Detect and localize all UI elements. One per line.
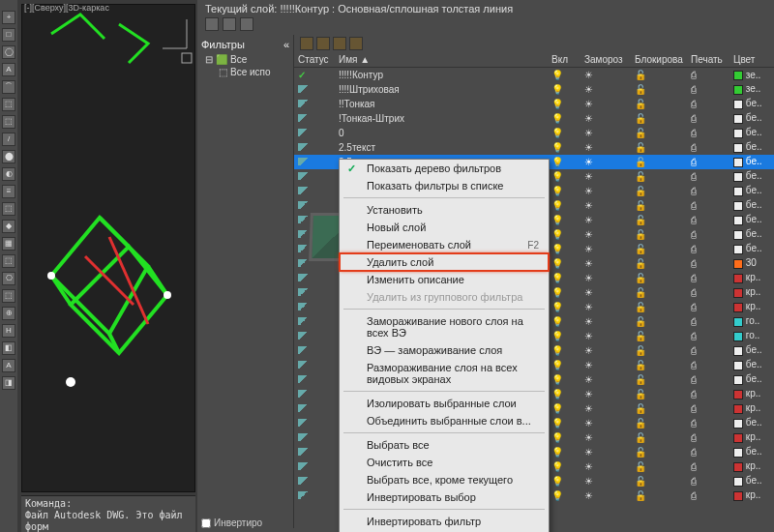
tool-icon[interactable]: ⌒: [2, 80, 15, 94]
tool-icon[interactable]: /: [2, 133, 15, 146]
freeze-toggle[interactable]: ☀: [580, 242, 631, 256]
print-toggle[interactable]: ⎙: [687, 416, 729, 430]
lock-toggle[interactable]: 🔓: [631, 300, 687, 314]
freeze-toggle[interactable]: ☀: [580, 169, 631, 184]
tool-icon[interactable]: A: [2, 63, 15, 76]
on-toggle[interactable]: 💡: [548, 343, 580, 358]
filter-tree[interactable]: ⊟🟩Все ⬚Все испо: [201, 53, 289, 78]
invert-checkbox[interactable]: [201, 518, 211, 528]
color-cell[interactable]: кр..: [729, 459, 774, 474]
lock-toggle[interactable]: 🔓: [631, 155, 687, 169]
freeze-toggle[interactable]: ☀: [580, 271, 631, 285]
freeze-toggle[interactable]: ☀: [580, 82, 631, 97]
menu-item[interactable]: ВЭ — замораживание слоя: [340, 341, 549, 359]
tool-icon[interactable]: ◆: [2, 220, 15, 233]
lock-toggle[interactable]: 🔓: [631, 372, 687, 387]
lock-toggle[interactable]: 🔓: [631, 459, 687, 474]
print-toggle[interactable]: ⎙: [687, 140, 729, 155]
freeze-toggle[interactable]: ☀: [580, 300, 631, 314]
tool-icon[interactable]: □: [2, 28, 15, 42]
toolbar-icon[interactable]: [240, 17, 253, 31]
filter-all[interactable]: Все: [230, 54, 247, 65]
color-cell[interactable]: кр..: [729, 285, 774, 300]
on-toggle[interactable]: 💡: [548, 97, 580, 111]
menu-item[interactable]: Новый слой: [340, 219, 549, 236]
print-toggle[interactable]: ⎙: [687, 401, 729, 416]
layer-name-cell[interactable]: 0: [335, 126, 548, 140]
on-toggle[interactable]: 💡: [548, 68, 580, 82]
print-toggle[interactable]: ⎙: [687, 256, 729, 271]
freeze-toggle[interactable]: ☀: [580, 68, 631, 82]
print-toggle[interactable]: ⎙: [687, 285, 729, 300]
color-cell[interactable]: бе..: [729, 445, 774, 459]
on-toggle[interactable]: 💡: [548, 416, 580, 430]
layer-name-cell[interactable]: !Тонкая-Штрих: [335, 111, 548, 126]
lock-toggle[interactable]: 🔓: [631, 256, 687, 271]
menu-item[interactable]: Замораживание нового слоя на всех ВЭ: [340, 312, 549, 341]
layer-tool-icon[interactable]: [316, 37, 330, 50]
freeze-toggle[interactable]: ☀: [580, 459, 631, 474]
filter-used[interactable]: Все испо: [230, 67, 271, 77]
on-toggle[interactable]: 💡: [548, 140, 580, 155]
on-toggle[interactable]: 💡: [548, 372, 580, 387]
print-toggle[interactable]: ⎙: [687, 430, 729, 445]
tool-icon[interactable]: ⊕: [2, 307, 15, 320]
lock-toggle[interactable]: 🔓: [631, 169, 687, 184]
freeze-toggle[interactable]: ☀: [580, 155, 631, 169]
menu-item[interactable]: Показать дерево фильтров: [340, 160, 549, 177]
freeze-toggle[interactable]: ☀: [580, 285, 631, 300]
tool-icon[interactable]: ≡: [2, 185, 15, 198]
freeze-toggle[interactable]: ☀: [580, 372, 631, 387]
tool-icon[interactable]: +: [2, 11, 15, 24]
freeze-toggle[interactable]: ☀: [580, 430, 631, 445]
color-cell[interactable]: кр..: [729, 300, 774, 314]
print-toggle[interactable]: ⎙: [687, 68, 729, 82]
color-cell[interactable]: бе..: [729, 416, 774, 430]
color-cell[interactable]: бе..: [729, 198, 774, 213]
tool-icon[interactable]: ⬚: [2, 254, 15, 268]
layer-tool-icon[interactable]: [300, 37, 313, 50]
print-toggle[interactable]: ⎙: [687, 387, 729, 401]
lock-toggle[interactable]: 🔓: [631, 184, 687, 198]
menu-item[interactable]: Объединить выбранные слои в...: [340, 412, 549, 429]
col-on[interactable]: Вкл: [548, 52, 580, 68]
lock-toggle[interactable]: 🔓: [631, 111, 687, 126]
drawing-viewport[interactable]: [-][Сверху][3D-каркас: [21, 4, 195, 492]
on-toggle[interactable]: 💡: [548, 126, 580, 140]
print-toggle[interactable]: ⎙: [687, 242, 729, 256]
print-toggle[interactable]: ⎙: [687, 372, 729, 387]
color-cell[interactable]: кр..: [729, 430, 774, 445]
col-freeze[interactable]: Замороз: [580, 52, 631, 68]
color-cell[interactable]: бе..: [729, 140, 774, 155]
color-cell[interactable]: бе..: [729, 343, 774, 358]
layer-row[interactable]: !!!!Штриховая💡☀🔓⎙ зе..: [294, 82, 774, 97]
menu-item[interactable]: Удалить слой: [340, 253, 549, 271]
lock-toggle[interactable]: 🔓: [631, 445, 687, 459]
print-toggle[interactable]: ⎙: [687, 300, 729, 314]
invert-filter-check[interactable]: Инвертиро: [201, 517, 262, 528]
print-toggle[interactable]: ⎙: [687, 198, 729, 213]
layer-name-cell[interactable]: !!Тонкая: [335, 97, 548, 111]
tree-expand-icon[interactable]: ⊟: [205, 54, 213, 65]
freeze-toggle[interactable]: ☀: [580, 488, 631, 503]
on-toggle[interactable]: 💡: [548, 459, 580, 474]
menu-item[interactable]: Изменить описание: [340, 271, 549, 288]
print-toggle[interactable]: ⎙: [687, 213, 729, 227]
print-toggle[interactable]: ⎙: [687, 97, 729, 111]
on-toggle[interactable]: 💡: [548, 198, 580, 213]
menu-item[interactable]: Изолировать выбранные слои: [340, 395, 549, 412]
print-toggle[interactable]: ⎙: [687, 343, 729, 358]
color-cell[interactable]: бе..: [729, 474, 774, 488]
layer-row[interactable]: 0💡☀🔓⎙ бе..: [294, 126, 774, 140]
print-toggle[interactable]: ⎙: [687, 474, 729, 488]
tool-icon[interactable]: ⬚: [2, 115, 15, 129]
color-cell[interactable]: бе..: [729, 155, 774, 169]
collapse-icon[interactable]: «: [283, 39, 289, 50]
print-toggle[interactable]: ⎙: [687, 271, 729, 285]
col-color[interactable]: Цвет: [729, 52, 774, 68]
on-toggle[interactable]: 💡: [548, 256, 580, 271]
tool-icon[interactable]: ◯: [2, 45, 15, 59]
color-cell[interactable]: бе..: [729, 169, 774, 184]
freeze-toggle[interactable]: ☀: [580, 445, 631, 459]
menu-item[interactable]: Показать фильтры в списке: [340, 177, 549, 194]
